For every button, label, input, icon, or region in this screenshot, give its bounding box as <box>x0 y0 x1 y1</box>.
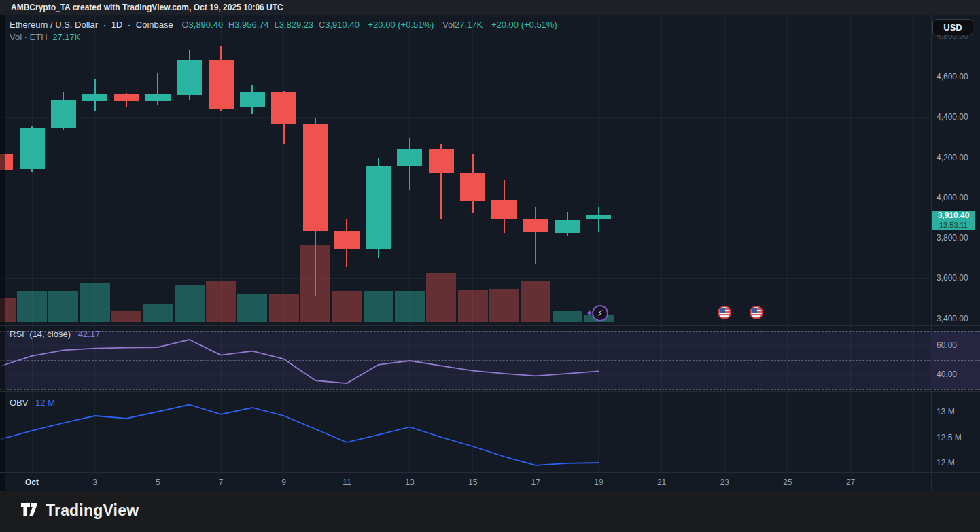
volume-study-value: 27.17K <box>52 32 80 42</box>
time-tick-label-23[interactable]: 23 <box>711 478 738 487</box>
candle-body-Oct-13 <box>397 149 422 166</box>
volume-bar-Oct-6 <box>175 285 205 322</box>
grid-line-horizontal <box>0 117 931 118</box>
grid-line-vertical <box>283 15 284 472</box>
volume-bar-Oct-7 <box>206 281 236 322</box>
tradingview-logo[interactable]: TradingView <box>20 501 139 520</box>
lightning-idea-marker[interactable]: ⚡ <box>592 305 608 321</box>
grid-line-vertical <box>472 15 473 472</box>
price-tick-label: 4,000.00 <box>937 193 968 202</box>
volume-bar-Oct-15 <box>458 290 488 322</box>
grid-line-horizontal <box>0 238 931 238</box>
candle-body-Oct-9 <box>271 92 296 124</box>
obv-legend-row[interactable]: OBV 12 M <box>10 397 55 408</box>
time-tick-label-3[interactable]: 3 <box>82 478 109 487</box>
obv-line <box>1 405 599 465</box>
volume-bar-Oct-2 <box>48 291 78 322</box>
obv-tick-label: 12 M <box>937 458 955 467</box>
grid-line-horizontal <box>0 37 931 37</box>
grid-line-vertical <box>787 15 788 472</box>
rsi-tick-label: 60.00 <box>937 340 957 350</box>
obv-tick-label: 12.5 M <box>937 433 962 442</box>
us-flag-event-marker[interactable] <box>718 306 731 319</box>
time-tick-label-19[interactable]: 19 <box>585 478 612 487</box>
time-tick-label-25[interactable]: 25 <box>774 478 801 487</box>
grid-line-vertical <box>913 15 914 472</box>
time-tick-label-11[interactable]: 11 <box>333 478 360 487</box>
price-axis-border <box>931 15 932 491</box>
currency-toggle-button[interactable]: USD <box>932 19 973 35</box>
price-rsi-panel-separator[interactable] <box>0 325 980 326</box>
time-tick-label-21[interactable]: 21 <box>648 478 676 487</box>
volume-bar-Oct-11 <box>332 291 362 322</box>
price-tick-label: 3,600.00 <box>937 273 968 283</box>
volume-bar-Oct-16 <box>489 289 519 322</box>
time-tick-label-17[interactable]: 17 <box>522 478 549 487</box>
volume-bar-Oct-5 <box>143 304 173 322</box>
grid-line-horizontal <box>0 77 931 77</box>
low-value: 3,829.23 <box>279 20 314 30</box>
grid-line-vertical <box>850 15 851 472</box>
rsi-tick-label: 40.00 <box>937 370 957 379</box>
volume-bar-Oct-14 <box>426 273 456 322</box>
time-tick-label-5[interactable]: 5 <box>144 478 171 487</box>
rsi-obv-panel-separator[interactable] <box>0 391 980 392</box>
price-tick-label: 4,600.00 <box>937 72 968 82</box>
volume-bar-Oct-12 <box>364 291 393 322</box>
obv-value: 12 M <box>35 397 55 408</box>
grid-line-vertical <box>661 15 662 472</box>
candle-body-Oct-3 <box>82 94 107 101</box>
volume-legend-row[interactable]: Vol · ETH 27.17K <box>10 32 80 42</box>
rsi-level-dashed-line <box>0 360 980 361</box>
legend-separator: · <box>103 20 106 30</box>
candle-body-Oct-2 <box>51 100 76 128</box>
close-letter: C <box>319 20 325 30</box>
symbol-legend-row[interactable]: Ethereum / U.S. Dollar · 1D · Coinbase O… <box>10 20 557 30</box>
volume-bar-Oct-1 <box>17 291 47 322</box>
volume-bar-Oct-8 <box>237 294 267 322</box>
candle-countdown: 13:53:11 <box>932 221 975 229</box>
grid-line-horizontal <box>0 438 931 438</box>
volume-change-value: +20.00 (+0.51%) <box>491 20 557 30</box>
change-value: +20.00 (+0.51%) <box>368 20 434 30</box>
open-value: 3,890.40 <box>189 20 224 30</box>
tradingview-logo-text: TradingView <box>46 501 139 520</box>
time-tick-label-Oct[interactable]: Oct <box>18 478 46 487</box>
time-tick-label-27[interactable]: 27 <box>837 478 864 487</box>
time-tick-label-15[interactable]: 15 <box>459 478 487 487</box>
rsi-params: (14, close) <box>29 329 71 339</box>
left-edge-shade <box>0 15 5 491</box>
rsi-legend-row[interactable]: RSI (14, close) 42.17 <box>10 329 100 339</box>
rsi-level-dashed-line <box>0 331 980 332</box>
obv-tick-label: 13 M <box>937 407 955 416</box>
candle-body-Oct-19 <box>586 215 611 219</box>
volume-value: 27.17K <box>455 20 483 30</box>
legend-separator: · <box>128 20 130 30</box>
time-tick-label-13[interactable]: 13 <box>396 478 423 487</box>
grid-line-vertical <box>724 15 725 472</box>
us-flag-event-marker[interactable] <box>750 306 763 319</box>
candle-body-Oct-8 <box>240 92 265 107</box>
volume-bar-Oct-13 <box>395 291 425 322</box>
candle-body-Oct-15 <box>460 173 485 201</box>
candle-body-Oct-7 <box>209 60 234 109</box>
high-value: 3,956.74 <box>234 20 269 30</box>
volume-study-name: Vol · ETH <box>10 32 48 42</box>
price-tick-label: 4,200.00 <box>937 153 968 162</box>
candle-body-Oct-1 <box>20 128 45 169</box>
currency-label: USD <box>943 22 962 33</box>
tradingview-chart-app: AMBCrypto_TA created with TradingView.co… <box>0 0 980 532</box>
grid-line-vertical <box>409 15 410 472</box>
time-tick-label-7[interactable]: 7 <box>207 478 234 487</box>
close-value: 3,910.40 <box>325 20 360 30</box>
last-price-badge: 3,910.40 13:53:11 <box>932 211 975 230</box>
price-tick-label: 3,400.00 <box>937 314 968 323</box>
branding-bar: TradingView <box>0 491 980 532</box>
candle-body-Oct-18 <box>555 220 580 234</box>
candle-wick-Oct-5 <box>157 73 158 105</box>
candle-body-Oct-5 <box>145 94 171 101</box>
chart-canvas[interactable]: 4,600.004,400.004,200.004,000.003,800.00… <box>0 0 980 532</box>
candle-body-Oct-17 <box>523 219 548 232</box>
time-tick-label-9[interactable]: 9 <box>270 478 298 487</box>
rsi-title: RSI <box>10 329 24 339</box>
